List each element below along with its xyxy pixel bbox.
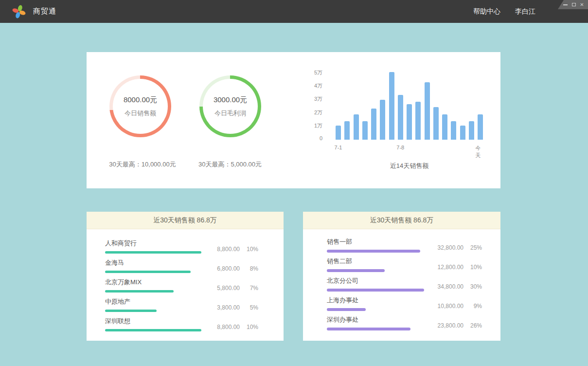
chart-bar [398,95,403,140]
chart-plot-area [336,69,483,140]
today-profit-value: 3000.00元 [214,95,247,105]
item-amount: 32,800.00 [425,244,463,251]
item-progress-bar [105,271,191,273]
department-ranking-title: 近30天销售额 86.8万 [303,212,500,229]
y-axis-tick: 0 [310,135,322,141]
app-logo-pinwheel-icon [12,4,26,19]
item-amount: 6,800.00 [201,265,240,272]
chart-bar [371,109,376,140]
item-amount: 12,800.00 [425,264,463,271]
item-amount: 3,800.00 [201,304,240,311]
user-menu[interactable]: 李白江 [515,7,535,16]
item-percent: 26% [463,322,482,329]
item-percent: 5% [240,304,258,311]
item-progress-bar [327,289,424,292]
close-icon[interactable]: ✕ [579,2,585,7]
item-percent: 8% [240,265,258,272]
chart-bar [407,104,412,140]
item-values: 8,800.0010% [201,246,258,253]
list-item: 北京万象MIX5,800.007% [105,278,284,298]
customer-ranking-list: 人和商贸行8,800.0010%金海马6,800.008%北京万象MIX5,80… [87,229,284,337]
list-item: 深圳联想8,800.0010% [105,317,284,337]
item-values: 6,800.008% [201,265,258,272]
chart-bar [380,100,385,140]
list-item: 中原地产3,800.005% [105,298,284,317]
window-titlebar: 商贸通 帮助中心 李白江 ✕ [0,0,588,23]
customer-sales-ranking-card: 近30天销售额 86.8万 人和商贸行8,800.0010%金海马6,800.0… [87,212,284,341]
item-amount: 23,800.00 [425,322,463,329]
item-percent: 7% [240,285,258,292]
chart-bar [425,82,430,140]
item-amount: 34,800.00 [425,283,463,290]
item-progress-bar [105,290,174,293]
today-sales-value: 8000.00元 [124,95,157,105]
item-percent: 25% [463,244,482,251]
chart-bar [336,126,341,140]
chart-bar [362,121,368,140]
item-percent: 10% [240,246,258,253]
y-axis-tick: 1万 [310,122,322,129]
item-progress-bar [105,329,201,331]
list-item: 金海马6,800.008% [105,259,284,278]
item-progress-bar [327,269,385,272]
y-axis-tick: 4万 [310,82,322,90]
chart-bar [442,114,447,140]
list-item: 北京分公司34,800.0030% [327,277,500,296]
item-progress-bar [105,251,201,254]
list-item: 销售一部32,800.0025% [327,238,500,257]
today-profit-donut: 3000.00元 今日毛利润 [199,75,261,137]
item-percent: 10% [240,324,258,330]
item-progress-bar [327,250,420,253]
item-values: 34,800.0030% [425,283,482,290]
y-axis-tick: 2万 [310,109,322,116]
item-amount: 8,800.00 [201,324,240,330]
item-percent: 9% [463,303,482,310]
overview-card: 8000.00元 今日销售额 3000.00元 今日毛利润 30天最高：10,0… [87,52,500,188]
minimize-icon[interactable] [563,2,568,7]
item-values: 5,800.007% [201,285,258,292]
item-values: 10,800.009% [425,303,482,310]
chart-bar [344,121,350,140]
y-axis-tick: 3万 [310,95,322,103]
chart-bar [451,121,456,140]
department-ranking-list: 销售一部32,800.0025%销售二部12,800.0010%北京分公司34,… [303,229,500,335]
maximize-icon[interactable] [571,2,576,7]
item-percent: 30% [463,283,482,290]
item-values: 23,800.0026% [425,322,482,329]
chart-bar [389,72,394,140]
y-axis-tick: 5万 [310,69,322,76]
chart-bar [354,114,359,140]
item-amount: 5,800.00 [201,285,240,292]
chart-bar [469,121,474,140]
today-sales-donut: 8000.00元 今日销售额 [109,75,171,137]
item-values: 8,800.0010% [201,324,258,330]
item-progress-bar [327,328,410,330]
list-item: 深圳办事处23,800.0026% [327,316,500,335]
list-item: 销售二部12,800.0010% [327,257,500,277]
help-center-link[interactable]: 帮助中心 [473,7,500,16]
today-profit-label: 今日毛利润 [214,109,246,118]
customer-ranking-title: 近30天销售额 86.8万 [87,212,284,229]
today-sales-label: 今日销售额 [125,109,156,118]
x-axis-tick: 7-8 [396,145,404,150]
item-values: 12,800.0010% [425,264,482,271]
item-values: 3,800.005% [201,304,258,311]
item-progress-bar [327,308,366,311]
chart-bar [415,102,421,140]
window-controls: ✕ [558,0,588,9]
list-item: 人和商贸行8,800.0010% [105,239,284,259]
x-axis-tick: 7-1 [335,145,342,150]
item-progress-bar [105,310,157,312]
chart-bar [460,126,465,140]
item-percent: 10% [463,264,482,271]
chart-title: 近14天销售额 [336,162,483,170]
list-item: 上海办事处10,800.009% [327,296,500,316]
item-values: 32,800.0025% [425,244,482,251]
item-amount: 10,800.00 [425,303,463,310]
app-title: 商贸通 [33,7,56,16]
chart-bar [433,107,439,140]
sales-14day-bar-chart: 01万2万3万4万5万 7-17-8今天 近14天销售额 [310,67,490,176]
x-axis-tick: 今天 [475,145,485,159]
chart-bar [478,114,483,140]
item-amount: 8,800.00 [201,246,240,253]
